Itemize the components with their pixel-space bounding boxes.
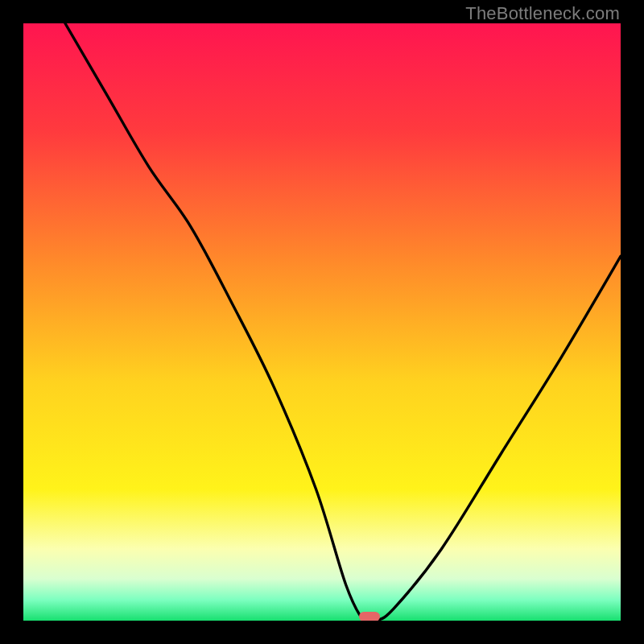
plot-area: [23, 23, 621, 621]
bottleneck-curve: [23, 23, 621, 621]
watermark-text: TheBottleneck.com: [465, 3, 620, 24]
outer-frame: TheBottleneck.com: [0, 0, 644, 644]
optimal-marker: [359, 612, 380, 621]
